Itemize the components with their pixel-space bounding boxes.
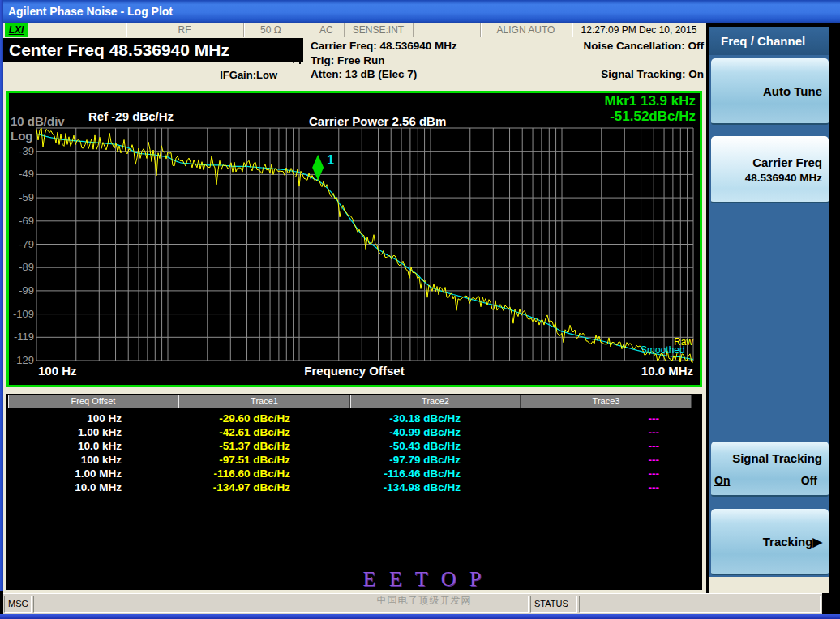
carrier-freq-button-value: 48.536940 MHz (745, 172, 822, 184)
table-row: 100 Hz-29.60 dBc/Hz-30.18 dBc/Hz--- (8, 412, 692, 425)
table-cell-freq: 100 kHz (8, 453, 178, 467)
table-cell-t1: -97.51 dBc/Hz (178, 453, 350, 467)
auto-tune-label: Auto Tune (763, 84, 822, 98)
softkey-menu-footer (709, 577, 829, 593)
tracking-submenu-button[interactable]: Tracking▶ (711, 509, 829, 575)
marker-1-diamond-icon[interactable] (312, 155, 324, 181)
table-header-cell: Freq Offset (8, 395, 178, 408)
trigger-readout: Trig: Free Run (311, 53, 457, 68)
impedance-indicator: 50 Ω (260, 24, 281, 36)
trigger-slope-icon (282, 54, 303, 64)
atten-readout: Atten: 13 dB (Elec 7) (311, 67, 457, 82)
coupling-indicator: AC (319, 24, 333, 36)
carrier-freq-readout: Carrier Freq: 48.536940 MHz (311, 39, 457, 53)
signal-tracking-on-option[interactable]: On (714, 474, 730, 487)
table-row: 10.0 kHz-51.37 dBc/Hz-50.43 dBc/Hz--- (8, 439, 692, 453)
marker-readout: Mkr1 13.9 kHz -51.52dBc/Hz (605, 93, 696, 124)
table-cell-t3: --- (521, 480, 692, 494)
table-cell-t2: -97.79 dBc/Hz (350, 453, 521, 467)
lxi-badge: LXI (5, 23, 28, 37)
y-tick-label: -39 (10, 145, 34, 157)
y-tick-label: -49 (10, 168, 34, 180)
window-title-bar: Agilent Phase Noise - Log Plot (0, 0, 840, 23)
center-freq-banner: Center Freq 48.536940 MHz (3, 38, 303, 62)
status-indicator: STATUS (530, 596, 577, 613)
divider (243, 23, 245, 37)
y-tick-label: -59 (10, 191, 34, 203)
table-cell-t2: -116.46 dBc/Hz (350, 467, 521, 480)
table-cell-t1: -134.97 dBc/Hz (178, 480, 350, 494)
trace-table-header: Freq OffsetTrace1Trace2Trace3 (8, 395, 692, 408)
table-cell-t1: -51.37 dBc/Hz (178, 439, 350, 453)
table-cell-freq: 1.00 MHz (8, 467, 178, 480)
sense-indicator: SENSE:INT (344, 24, 413, 36)
ifgain-label: IFGain:Low (211, 69, 277, 81)
window-frame-bottom (0, 614, 840, 619)
table-cell-t3: --- (521, 439, 692, 453)
table-cell-t2: -50.43 dBc/Hz (350, 439, 521, 453)
trace-table: Freq OffsetTrace1Trace2Trace3 100 Hz-29.… (6, 394, 702, 590)
table-row: 10.0 MHz-134.97 dBc/Hz-134.98 dBc/Hz--- (8, 480, 692, 494)
x-axis-title: Frequency Offset (9, 364, 700, 378)
y-tick-label: -89 (10, 261, 34, 273)
table-cell-t3: --- (521, 425, 692, 439)
marker-value: -51.52dBc/Hz (605, 109, 696, 124)
measurement-header: Center Freq 48.536940 MHz IFGain:Low Car… (3, 38, 706, 85)
datetime-indicator: 12:27:09 PM Dec 10, 2015 (572, 24, 706, 36)
rf-indicator: RF (126, 24, 243, 36)
softkey-menu: Freq / Channel Auto Tune Carrier Freq 48… (709, 23, 829, 593)
bottom-status-bar: MSG STATUS (3, 593, 822, 614)
table-cell-t2: -134.98 dBc/Hz (350, 480, 521, 494)
softkey-menu-title: Freq / Channel (709, 27, 829, 55)
signal-tracking-readout: Signal Tracking: On (601, 68, 704, 80)
table-cell-freq: 10.0 MHz (8, 480, 178, 494)
table-cell-t2: -40.99 dBc/Hz (350, 425, 521, 439)
table-row: 1.00 kHz-42.61 dBc/Hz-40.99 dBc/Hz--- (8, 425, 692, 439)
table-header-cell: Trace2 (350, 395, 521, 408)
marker-freq: Mkr1 13.9 kHz (605, 93, 696, 109)
header-left-column: Carrier Freq: 48.536940 MHz Trig: Free R… (311, 39, 457, 82)
window-title: Agilent Phase Noise - Log Plot (8, 5, 173, 18)
softkey-menu-background (709, 55, 829, 577)
table-cell-t1: -29.60 dBc/Hz (178, 412, 350, 425)
auto-tune-button[interactable]: Auto Tune (711, 58, 829, 125)
table-cell-freq: 1.00 kHz (8, 425, 178, 439)
table-cell-t1: -116.60 dBc/Hz (178, 467, 350, 480)
signal-tracking-button-label: Signal Tracking (732, 451, 822, 465)
table-cell-freq: 100 Hz (8, 412, 178, 425)
table-cell-t3: --- (521, 412, 692, 425)
y-tick-label: -119 (10, 331, 34, 343)
align-indicator: ALIGN AUTO (480, 24, 572, 36)
table-cell-freq: 10.0 kHz (8, 439, 178, 453)
submenu-arrow-icon: ▶ (812, 535, 822, 549)
smoothed-trace-label: Smoothed (641, 344, 685, 356)
table-header-cell: Trace1 (178, 395, 350, 408)
y-tick-label: -79 (10, 238, 34, 250)
scale-type-label: Log (11, 129, 33, 143)
log-plot-area: 1 10 dB/div Log Ref -29 dBc/Hz Carrier P… (6, 91, 702, 387)
table-cell-t3: --- (521, 467, 692, 480)
x-axis-end-label: 10.0 MHz (641, 364, 693, 378)
marker-number-label: 1 (327, 153, 334, 167)
msg-indicator: MSG (4, 596, 32, 613)
noise-cancellation-readout: Noise Cancellation: Off (583, 40, 704, 52)
ref-level-label: Ref -29 dBc/Hz (88, 109, 174, 123)
carrier-freq-button[interactable]: Carrier Freq 48.536940 MHz (711, 136, 829, 203)
y-tick-label: -99 (10, 284, 34, 297)
y-tick-label: -109 (10, 308, 34, 320)
signal-tracking-button[interactable]: Signal Tracking On Off (711, 442, 829, 497)
table-cell-t1: -42.61 dBc/Hz (178, 425, 350, 439)
status-strip: LXI RF 50 Ω AC SENSE:INT ALIGN AUTO 12:2… (3, 23, 706, 38)
signal-tracking-off-option[interactable]: Off (801, 474, 817, 487)
raw-trace (36, 128, 693, 362)
table-row: 1.00 MHz-116.60 dBc/Hz-116.46 dBc/Hz--- (8, 467, 692, 480)
table-cell-t3: --- (521, 453, 692, 467)
table-row: 100 kHz-97.51 dBc/Hz-97.79 dBc/Hz--- (8, 453, 692, 467)
carrier-freq-button-label: Carrier Freq (752, 156, 822, 169)
table-cell-t2: -30.18 dBc/Hz (350, 412, 521, 425)
phase-noise-chart: 1 (9, 93, 700, 385)
status-field (579, 596, 821, 613)
smoothed-trace (36, 134, 693, 359)
carrier-power-label: Carrier Power 2.56 dBm (309, 114, 446, 128)
tracking-label: Tracking (763, 535, 813, 549)
